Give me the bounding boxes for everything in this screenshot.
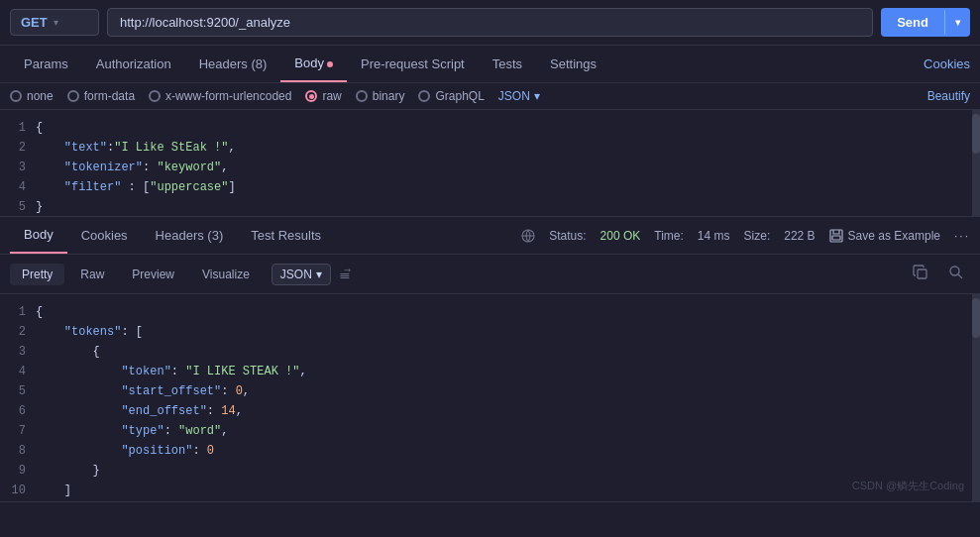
tab-headers[interactable]: Headers (8) xyxy=(185,47,281,81)
send-label: Send xyxy=(881,8,944,37)
send-button[interactable]: Send ▾ xyxy=(881,8,970,37)
resp-tab-test-results[interactable]: Test Results xyxy=(237,218,335,253)
time-label: Time: xyxy=(654,229,684,243)
more-options-button[interactable]: ··· xyxy=(954,229,970,243)
svg-line-6 xyxy=(958,274,962,278)
radio-none xyxy=(10,90,22,102)
svg-rect-3 xyxy=(832,236,840,240)
fmt-tab-visualize[interactable]: Visualize xyxy=(190,264,262,285)
option-form-data[interactable]: form-data xyxy=(67,89,135,103)
response-tabs: Body Cookies Headers (3) Test Results St… xyxy=(0,217,980,255)
search-icon[interactable] xyxy=(942,261,970,287)
fmt-tab-preview[interactable]: Preview xyxy=(120,264,186,285)
copy-icon[interactable] xyxy=(907,261,934,287)
tab-body[interactable]: Body xyxy=(280,46,347,82)
resp-tab-headers[interactable]: Headers (3) xyxy=(142,218,238,253)
size-value: 222 B xyxy=(784,229,815,243)
tab-pre-request-script[interactable]: Pre-request Script xyxy=(347,47,479,81)
radio-binary xyxy=(356,90,368,102)
fmt-tab-pretty[interactable]: Pretty xyxy=(10,264,64,285)
option-graphql[interactable]: GraphQL xyxy=(418,89,484,103)
body-dot xyxy=(327,61,333,67)
response-code-editor[interactable]: 1 2 3 4 5 6 7 8 9 10 11 { "tokens": [ { … xyxy=(0,294,980,502)
resp-tab-body[interactable]: Body xyxy=(10,217,67,254)
request-line-numbers: 1 2 3 4 5 xyxy=(0,110,36,216)
tab-settings[interactable]: Settings xyxy=(536,47,610,81)
size-label: Size: xyxy=(744,229,771,243)
method-selector[interactable]: GET ▾ xyxy=(10,9,99,36)
request-code-editor[interactable]: 1 2 3 4 5 { "text":"I Like StEak !", "to… xyxy=(0,110,980,217)
response-scrollbar[interactable] xyxy=(972,294,980,501)
response-line-numbers: 1 2 3 4 5 6 7 8 9 10 11 xyxy=(0,294,36,501)
radio-graphql xyxy=(418,90,430,102)
cookies-link[interactable]: Cookies xyxy=(924,47,970,81)
method-chevron-icon: ▾ xyxy=(54,17,58,28)
request-nav-tabs: Params Authorization Headers (8) Body Pr… xyxy=(0,46,980,83)
request-scrollbar[interactable] xyxy=(972,110,980,216)
svg-point-5 xyxy=(950,267,959,275)
radio-form-data xyxy=(67,90,79,102)
tab-params[interactable]: Params xyxy=(10,47,82,81)
resp-tab-cookies[interactable]: Cookies xyxy=(67,218,142,253)
response-code-content: { "tokens": [ { "token": "I LIKE STEAK !… xyxy=(36,294,980,501)
globe-icon xyxy=(521,229,535,243)
request-code-content[interactable]: { "text":"I Like StEak !", "tokenizer": … xyxy=(36,110,980,216)
svg-rect-4 xyxy=(918,269,926,278)
time-value: 14 ms xyxy=(698,229,730,243)
status-label: Status: xyxy=(549,229,586,243)
option-none[interactable]: none xyxy=(10,89,54,103)
request-scrollbar-thumb xyxy=(972,114,980,154)
json-type-selector[interactable]: JSON ▾ xyxy=(498,89,540,103)
radio-urlencoded xyxy=(149,90,161,102)
send-dropdown-icon[interactable]: ▾ xyxy=(944,10,970,35)
wrap-lines-icon[interactable]: ≡⃗ xyxy=(339,267,351,282)
url-bar: GET ▾ Send ▾ xyxy=(0,0,980,46)
fmt-tab-raw[interactable]: Raw xyxy=(68,264,116,285)
body-type-bar: none form-data x-www-form-urlencoded raw… xyxy=(0,83,980,110)
url-input[interactable] xyxy=(107,8,873,37)
status-value: 200 OK xyxy=(600,229,641,243)
response-format-bar: Pretty Raw Preview Visualize JSON ▾ ≡⃗ xyxy=(0,255,980,294)
response-scrollbar-thumb xyxy=(972,298,980,338)
beautify-button[interactable]: Beautify xyxy=(927,89,970,103)
option-raw[interactable]: raw xyxy=(305,89,341,103)
option-urlencoded[interactable]: x-www-form-urlencoded xyxy=(149,89,291,103)
save-as-example-button[interactable]: Save as Example xyxy=(829,229,940,243)
response-meta: Status: 200 OK Time: 14 ms Size: 222 B S… xyxy=(521,229,970,243)
tab-authorization[interactable]: Authorization xyxy=(82,47,185,81)
method-label: GET xyxy=(21,15,48,30)
response-json-selector[interactable]: JSON ▾ xyxy=(272,264,331,285)
json-chevron-icon: ▾ xyxy=(534,89,540,103)
tab-tests[interactable]: Tests xyxy=(479,47,536,81)
radio-raw xyxy=(305,90,317,102)
option-binary[interactable]: binary xyxy=(356,89,405,103)
resp-json-chevron-icon: ▾ xyxy=(316,268,322,281)
